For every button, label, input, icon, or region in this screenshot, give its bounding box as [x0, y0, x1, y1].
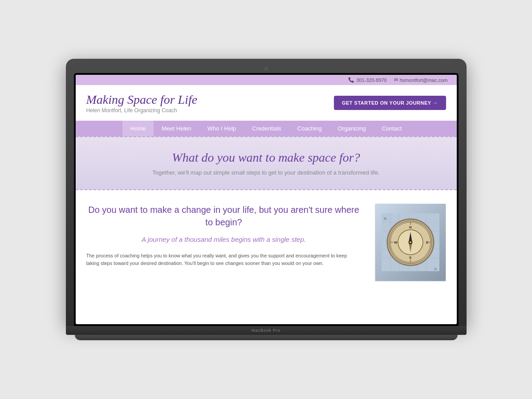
- svg-text:E: E: [426, 240, 429, 244]
- laptop-frame: 📞 301-320-8970 ✉ hsmontfort@mac.com Maki…: [66, 59, 467, 340]
- logo-title: Making Space for Life: [86, 92, 198, 107]
- nav-organizing[interactable]: Organizing: [330, 121, 374, 136]
- main-content: Do you want to make a change in your lif…: [76, 190, 457, 295]
- svg-text:N: N: [384, 216, 387, 221]
- laptop-bottom: [75, 335, 458, 340]
- nav-home[interactable]: Home: [122, 121, 154, 136]
- compass-svg: N A: [382, 213, 439, 271]
- laptop-base: [66, 326, 467, 335]
- email-icon: ✉: [394, 77, 398, 83]
- nav-credentials[interactable]: Credentials: [244, 121, 289, 136]
- phone-icon: 📞: [348, 77, 354, 83]
- svg-text:A: A: [434, 267, 437, 271]
- site-topbar: 📞 301-320-8970 ✉ hsmontfort@mac.com: [76, 75, 457, 85]
- compass-image: N A: [375, 204, 446, 281]
- hero-section: What do you want to make space for? Toge…: [76, 136, 457, 190]
- screen: 📞 301-320-8970 ✉ hsmontfort@mac.com Maki…: [76, 75, 457, 324]
- nav-contact[interactable]: Contact: [374, 121, 410, 136]
- nav-meet-helen[interactable]: Meet Helen: [154, 121, 199, 136]
- site-logo: Making Space for Life Helen Montfort, Li…: [86, 92, 198, 114]
- camera-notch: [264, 67, 268, 70]
- hero-subtitle: Together, we'll map out simple small ste…: [85, 169, 448, 176]
- hero-title: What do you want to make space for?: [85, 151, 448, 165]
- content-left: Do you want to make a change in your lif…: [86, 204, 361, 268]
- content-quote: A journey of a thousand miles begins wit…: [86, 236, 361, 243]
- email-address: hsmontfort@mac.com: [400, 77, 448, 83]
- svg-text:S: S: [409, 256, 412, 260]
- cta-button[interactable]: GET STARTED ON YOUR JOURNEY →: [334, 96, 446, 110]
- content-heading: Do you want to make a change in your lif…: [86, 204, 361, 228]
- screen-bezel: 📞 301-320-8970 ✉ hsmontfort@mac.com Maki…: [74, 73, 459, 326]
- logo-subtitle: Helen Montfort, Life Organizing Coach: [86, 107, 198, 114]
- svg-text:W: W: [394, 240, 398, 244]
- site-header: Making Space for Life Helen Montfort, Li…: [76, 85, 457, 121]
- svg-point-32: [410, 241, 411, 243]
- topbar-phone: 📞 301-320-8970: [348, 77, 387, 83]
- topbar-email: ✉ hsmontfort@mac.com: [394, 77, 448, 83]
- content-body: The process of coaching helps you to kno…: [86, 252, 361, 268]
- nav-coaching[interactable]: Coaching: [289, 121, 330, 136]
- phone-number: 301-320-8970: [356, 77, 387, 83]
- nav-who-i-help[interactable]: Who I Help: [199, 121, 244, 136]
- site-nav: Home Meet Helen Who I Help Credentials C…: [76, 121, 457, 136]
- svg-text:N: N: [409, 225, 412, 229]
